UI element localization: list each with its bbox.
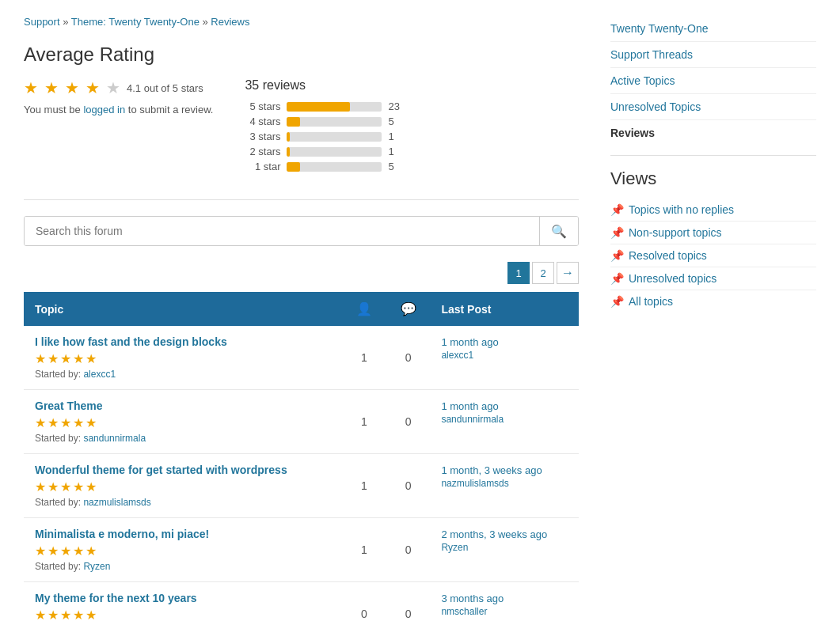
bar-count-1: 5 xyxy=(388,115,404,127)
topic-cell-4: My theme for the next 10 years ★★★★★ Sta… xyxy=(24,582,342,622)
sidebar-view-item-0[interactable]: 📌Topics with no replies xyxy=(610,199,816,222)
bar-label-2: 3 stars xyxy=(245,131,280,142)
bar-row-0: 5 stars 23 xyxy=(245,100,404,112)
topic-star-2-2: ★ xyxy=(60,479,71,494)
topic-cell-2: Wonderful theme for get started with wor… xyxy=(24,454,342,518)
logged-in-link[interactable]: logged in xyxy=(83,104,125,115)
bar-fill-2 xyxy=(287,132,290,142)
next-page-button[interactable]: → xyxy=(557,262,579,284)
topic-author-3[interactable]: Ryzen xyxy=(83,561,110,572)
table-row: I like how fast and the design blocks ★★… xyxy=(24,326,579,390)
table-row: Great Theme ★★★★★ Started by: sandunnirm… xyxy=(24,390,579,454)
topic-posts-3: 0 xyxy=(386,518,431,582)
topic-author-0[interactable]: alexcc1 xyxy=(83,369,116,380)
breadcrumb-support[interactable]: Support xyxy=(24,16,60,28)
sidebar-nav-item-1[interactable]: Support Threads xyxy=(610,42,816,68)
topic-star-0-2: ★ xyxy=(60,351,71,366)
sidebar-view-item-2[interactable]: 📌Resolved topics xyxy=(610,244,816,267)
topic-replies-0: 1 xyxy=(342,326,386,390)
sidebar-view-item-4[interactable]: 📌All topics xyxy=(610,290,816,312)
topic-lastpost-4: 3 months ago nmschaller xyxy=(430,582,579,622)
topic-star-4-1: ★ xyxy=(48,608,59,621)
topic-table: Topic 👤 💬 Last Post I like how fast and … xyxy=(24,292,579,621)
breadcrumb-theme[interactable]: Theme: Twenty Twenty-One xyxy=(71,16,200,28)
topic-title-1[interactable]: Great Theme xyxy=(35,399,331,412)
topic-tbody: I like how fast and the design blocks ★★… xyxy=(24,326,579,621)
sidebar-nav-item-4[interactable]: Reviews xyxy=(610,120,816,146)
last-post-time-3[interactable]: 2 months, 3 weeks ago xyxy=(441,528,547,540)
bar-count-4: 5 xyxy=(388,161,404,172)
pin-icon-1: 📌 xyxy=(610,226,624,239)
last-post-by-2[interactable]: nazmulislamsds xyxy=(441,478,568,489)
topic-title-0[interactable]: I like how fast and the design blocks xyxy=(35,335,331,348)
topic-stars-1: ★★★★★ xyxy=(35,415,331,430)
sidebar-nav-item-3[interactable]: Unresolved Topics xyxy=(610,94,816,120)
topic-star-1-1: ★ xyxy=(48,415,59,430)
last-post-by-3[interactable]: Ryzen xyxy=(441,542,568,553)
last-post-by-4[interactable]: nmschaller xyxy=(441,606,568,617)
bar-bg-0 xyxy=(287,102,382,112)
topic-title-4[interactable]: My theme for the next 10 years xyxy=(35,592,331,604)
search-input[interactable] xyxy=(25,217,539,245)
bar-label-0: 5 stars xyxy=(245,100,280,112)
topic-star-3-3: ★ xyxy=(73,543,84,559)
rating-title: Average Rating xyxy=(24,44,579,66)
rating-note-prefix: You must be xyxy=(24,104,83,115)
table-row: Wonderful theme for get started with wor… xyxy=(24,454,579,518)
topic-star-0-4: ★ xyxy=(86,351,97,366)
rating-score: 4.1 out of 5 stars xyxy=(127,82,203,94)
topic-lastpost-0: 1 month ago alexcc1 xyxy=(430,326,579,390)
bar-row-4: 1 star 5 xyxy=(245,161,404,172)
bar-count-3: 1 xyxy=(388,146,404,157)
last-post-by-0[interactable]: alexcc1 xyxy=(441,350,568,361)
topic-stars-3: ★★★★★ xyxy=(35,543,331,559)
last-post-time-1[interactable]: 1 month ago xyxy=(441,400,498,412)
topic-title-2[interactable]: Wonderful theme for get started with wor… xyxy=(35,464,331,476)
bar-row-3: 2 stars 1 xyxy=(245,146,404,157)
page-2-button[interactable]: 2 xyxy=(532,262,554,284)
topic-star-4-3: ★ xyxy=(73,608,84,621)
topic-star-0-0: ★ xyxy=(35,351,46,366)
topic-title-3[interactable]: Minimalista e moderno, mi piace! xyxy=(35,528,331,540)
reviews-count: 35 reviews xyxy=(245,78,404,93)
views-title: Views xyxy=(610,169,816,189)
search-button[interactable]: 🔍 xyxy=(539,217,578,245)
breadcrumb: Support » Theme: Twenty Twenty-One » Rev… xyxy=(24,16,579,28)
table-row: My theme for the next 10 years ★★★★★ Sta… xyxy=(24,582,579,622)
topic-star-4-0: ★ xyxy=(35,608,46,621)
bar-bg-4 xyxy=(287,162,382,172)
star-2: ★ xyxy=(44,78,59,97)
breadcrumb-reviews[interactable]: Reviews xyxy=(211,16,249,28)
topic-star-1-0: ★ xyxy=(35,415,46,430)
topic-star-1-4: ★ xyxy=(86,415,97,430)
last-post-time-2[interactable]: 1 month, 3 weeks ago xyxy=(441,464,542,476)
last-post-time-0[interactable]: 1 month ago xyxy=(441,336,498,348)
pin-icon-3: 📌 xyxy=(610,272,624,285)
view-label-3: Unresolved topics xyxy=(629,272,716,285)
sidebar-view-item-1[interactable]: 📌Non-support topics xyxy=(610,222,816,244)
last-post-by-1[interactable]: sandunnirmala xyxy=(441,414,568,425)
sidebar: Twenty Twenty-OneSupport ThreadsActive T… xyxy=(610,16,816,621)
sidebar-view-item-3[interactable]: 📌Unresolved topics xyxy=(610,267,816,290)
topic-stars-2: ★★★★★ xyxy=(35,479,331,494)
sidebar-nav-item-0[interactable]: Twenty Twenty-One xyxy=(610,16,816,42)
bar-fill-4 xyxy=(287,162,300,172)
rating-left: ★ ★ ★ ★ ★ 4.1 out of 5 stars You must be… xyxy=(24,78,213,115)
table-row: Minimalista e moderno, mi piace! ★★★★★ S… xyxy=(24,518,579,582)
page-1-button[interactable]: 1 xyxy=(507,262,530,284)
col-last-post: Last Post xyxy=(430,292,579,326)
bar-rows: 5 stars 23 4 stars 5 3 stars 1 2 stars 1… xyxy=(245,100,404,172)
bar-label-4: 1 star xyxy=(245,161,280,172)
topic-author-1[interactable]: sandunnirmala xyxy=(83,433,146,444)
sidebar-view-links: 📌Topics with no replies📌Non-support topi… xyxy=(610,199,816,312)
last-post-time-4[interactable]: 3 months ago xyxy=(441,593,504,604)
topic-replies-1: 1 xyxy=(342,390,386,454)
bar-row-2: 3 stars 1 xyxy=(245,131,404,142)
bar-fill-3 xyxy=(287,147,290,157)
topic-star-4-4: ★ xyxy=(86,608,97,621)
sidebar-nav-item-2[interactable]: Active Topics xyxy=(610,68,816,94)
topic-lastpost-1: 1 month ago sandunnirmala xyxy=(430,390,579,454)
topic-author-2[interactable]: nazmulislamsds xyxy=(83,497,150,508)
sidebar-views: Views 📌Topics with no replies📌Non-suppor… xyxy=(610,169,816,312)
bar-fill-0 xyxy=(287,102,349,112)
